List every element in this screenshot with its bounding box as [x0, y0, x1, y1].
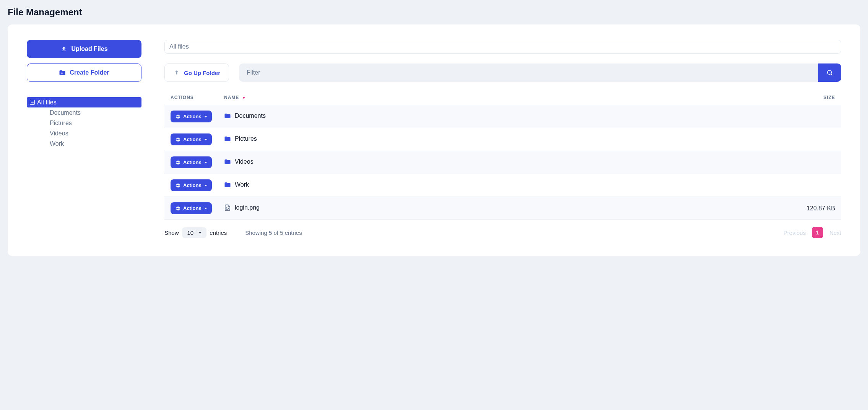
tree-node-label: Pictures [50, 120, 72, 127]
upload-files-label: Upload Files [71, 46, 107, 52]
tree-node[interactable]: Work [47, 138, 141, 149]
gear-icon [175, 160, 180, 165]
gear-icon [175, 114, 180, 119]
row-size [573, 151, 842, 174]
folder-icon [224, 112, 231, 119]
row-actions-label: Actions [183, 137, 202, 142]
go-up-label: Go Up Folder [184, 70, 220, 76]
upload-icon [60, 46, 67, 52]
page-title: File Management [8, 7, 860, 18]
files-table: ACTIONS NAME ▾ SIZE Actions [164, 90, 841, 220]
row-actions-button[interactable]: Actions [171, 179, 212, 191]
create-folder-label: Create Folder [70, 69, 109, 76]
search-button[interactable] [818, 63, 841, 82]
table-row: Actions Work [164, 174, 841, 197]
next-page-button[interactable]: Next [829, 229, 841, 236]
sidebar: Upload Files Create Folder All files Doc… [27, 40, 141, 238]
row-name: Pictures [235, 135, 257, 142]
tree-node[interactable]: Documents [47, 107, 141, 118]
caret-down-icon [204, 182, 207, 188]
row-name-cell[interactable]: Videos [224, 158, 254, 165]
pagination: Previous 1 Next [783, 227, 841, 238]
row-name: login.png [235, 204, 260, 211]
row-size [573, 128, 842, 151]
folder-icon [224, 181, 231, 188]
folder-icon [224, 158, 231, 165]
create-folder-button[interactable]: Create Folder [27, 63, 141, 82]
row-actions-label: Actions [183, 205, 202, 211]
row-name: Videos [235, 158, 254, 165]
gear-icon [175, 183, 180, 188]
prev-page-button[interactable]: Previous [783, 229, 806, 236]
tree-node-label: Documents [50, 109, 81, 116]
row-actions-button[interactable]: Actions [171, 202, 212, 214]
chevron-down-icon [197, 230, 203, 235]
row-name: Work [235, 181, 249, 188]
toolbar: Go Up Folder [164, 63, 841, 82]
page-number-current[interactable]: 1 [812, 227, 823, 238]
sort-desc-icon: ▾ [243, 95, 245, 100]
row-actions-label: Actions [183, 114, 202, 119]
row-actions-button[interactable]: Actions [171, 156, 212, 168]
caret-down-icon [204, 159, 207, 165]
upload-files-button[interactable]: Upload Files [27, 40, 141, 58]
entries-label: entries [210, 229, 227, 236]
svg-point-2 [226, 207, 227, 208]
svg-point-0 [827, 70, 832, 75]
table-row: Actions Pictures [164, 128, 841, 151]
arrow-up-icon [173, 69, 180, 76]
folder-tree: All files Documents Pictures Videos Work [27, 97, 141, 149]
tree-node-label: All files [37, 99, 57, 106]
row-actions-label: Actions [183, 159, 202, 165]
row-size [573, 174, 842, 197]
content-card: Upload Files Create Folder All files Doc… [8, 24, 860, 256]
breadcrumb: All files [164, 40, 841, 54]
row-name-cell[interactable]: login.png [224, 204, 260, 211]
folder-plus-icon [59, 69, 66, 76]
caret-down-icon [204, 137, 207, 142]
tree-node-root[interactable]: All files [27, 97, 141, 107]
page-size-select[interactable]: 10 [182, 227, 207, 238]
caret-down-icon [204, 205, 207, 211]
col-header-actions: ACTIONS [164, 90, 218, 105]
page-size-value: 10 [187, 229, 194, 236]
tree-node[interactable]: Pictures [47, 118, 141, 128]
main-panel: All files Go Up Folder ACTIONS [164, 40, 841, 238]
gear-icon [175, 206, 180, 211]
tree-node-label: Videos [50, 130, 68, 137]
row-size [573, 105, 842, 128]
tree-children: Documents Pictures Videos Work [27, 107, 141, 149]
row-actions-button[interactable]: Actions [171, 133, 212, 145]
folder-icon [224, 135, 231, 142]
table-row: Actions Videos [164, 151, 841, 174]
gear-icon [175, 137, 180, 142]
row-actions-button[interactable]: Actions [171, 111, 212, 122]
collapse-icon[interactable] [30, 100, 35, 105]
search-icon [826, 69, 833, 76]
col-header-name[interactable]: NAME ▾ [218, 90, 573, 105]
filter-input[interactable] [239, 63, 818, 82]
row-actions-label: Actions [183, 182, 202, 188]
row-name: Documents [235, 112, 266, 119]
table-row: Actions login.png 120.87 KB [164, 197, 841, 220]
table-row: Actions Documents [164, 105, 841, 128]
breadcrumb-path: All files [169, 43, 189, 50]
tree-node-label: Work [50, 140, 64, 147]
tree-node[interactable]: Videos [47, 128, 141, 138]
row-name-cell[interactable]: Pictures [224, 135, 257, 142]
file-image-icon [224, 204, 231, 211]
row-name-cell[interactable]: Documents [224, 112, 266, 119]
show-label: Show [164, 229, 179, 236]
filter-search [239, 63, 841, 82]
caret-down-icon [204, 114, 207, 119]
go-up-button[interactable]: Go Up Folder [164, 63, 229, 82]
showing-info: Showing 5 of 5 entries [245, 229, 302, 236]
row-size: 120.87 KB [573, 197, 842, 220]
table-footer: Show 10 entries Showing 5 of 5 entries P… [164, 227, 841, 238]
col-header-name-label: NAME [224, 95, 239, 100]
svg-line-1 [831, 74, 832, 75]
row-name-cell[interactable]: Work [224, 181, 249, 188]
col-header-size[interactable]: SIZE [573, 90, 842, 105]
